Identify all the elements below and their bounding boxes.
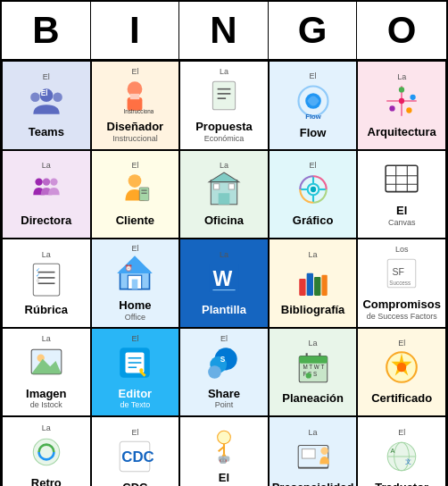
cell-icon-experto: 🤖 (205, 428, 243, 470)
cell-label-top: La (42, 250, 51, 259)
cell-icon-rubrica: ✓ ✓ ○ (28, 260, 65, 302)
cell-homeoffice[interactable]: El ⏰ HomeOffice (91, 239, 180, 328)
cell-label-top: El (398, 428, 405, 437)
cell-label-sub: de Texto (120, 400, 150, 410)
svg-point-19 (399, 87, 404, 92)
cell-label-sub: Económica (204, 134, 245, 144)
cell-icon-homeoffice: ⏰ (115, 254, 154, 297)
letter-g: G (269, 2, 358, 59)
svg-point-21 (406, 107, 411, 113)
svg-rect-6 (130, 94, 140, 99)
svg-text:M T W T: M T W T (303, 364, 324, 371)
svg-text:○: ○ (36, 277, 39, 283)
cell-icon-directora (28, 171, 65, 213)
cell-compromisos[interactable]: Los SF Success Compromisosde Success Fac… (357, 239, 446, 328)
cell-directora[interactable]: La Directora (2, 150, 91, 239)
svg-point-2 (30, 92, 40, 102)
svg-text:El: El (40, 88, 47, 96)
cell-presencialidad[interactable]: La Presencialidad (269, 416, 358, 486)
cell-imagen[interactable]: La Imagende Istock (2, 328, 91, 417)
cell-label-top: La (397, 72, 406, 81)
svg-text:Instruccional: Instruccional (124, 108, 154, 114)
cell-oficina[interactable]: La Oficina (179, 150, 269, 239)
cell-label-top: El (131, 334, 138, 343)
svg-marker-57 (118, 256, 153, 274)
cell-label-main: Presencialidad (272, 482, 354, 486)
cell-label-main: Share (208, 388, 240, 400)
cell-icon-grafico (295, 171, 332, 213)
cell-experto[interactable]: 🤖 ElExperto (179, 416, 269, 486)
cell-label-sub: Point (215, 400, 234, 410)
cell-label-top: El (131, 428, 138, 437)
cell-label-top: El (43, 72, 50, 81)
svg-text:A: A (391, 447, 395, 455)
cell-disenador[interactable]: El Instruccional DiseñadorInstruccional (91, 61, 180, 150)
cell-label-main: Plantilla (202, 304, 246, 316)
svg-point-1 (53, 92, 62, 102)
cell-arquitectura[interactable]: La Arquitectura (357, 61, 446, 150)
cell-teams[interactable]: El El Teams (2, 61, 91, 150)
svg-point-104 (320, 448, 328, 455)
cell-retro[interactable]: La Retrode Liga (2, 416, 91, 486)
cell-label-top: La (220, 161, 228, 170)
letter-b: B (2, 2, 91, 59)
cell-label-main: Imagen (26, 388, 67, 400)
svg-rect-62 (299, 279, 305, 296)
cell-cdc[interactable]: El CDC CDC (91, 416, 180, 486)
cell-label-sub: Canvas (388, 218, 416, 228)
cell-label-top: La (309, 339, 318, 348)
svg-point-88 (305, 373, 311, 379)
svg-point-41 (310, 187, 315, 192)
cell-traductor[interactable]: El A 文 Traductor (357, 416, 446, 486)
cell-plantilla[interactable]: La W Plantilla (179, 239, 269, 328)
svg-point-24 (43, 179, 50, 186)
cell-label-main: Cliente (116, 214, 154, 227)
svg-rect-103 (302, 449, 315, 458)
cell-label-top: La (220, 67, 228, 76)
cell-label-main: Oficina (204, 214, 244, 227)
cell-label-main: El (219, 472, 229, 484)
cell-label-top: La (220, 250, 228, 259)
cell-label-top: El (220, 334, 228, 343)
cell-label-top: La (309, 250, 318, 259)
cell-icon-plantilla: W (205, 260, 243, 302)
cell-cliente[interactable]: El Cliente (91, 150, 180, 239)
cell-label-main: Gráfico (293, 214, 334, 227)
cell-label-main: Editor (119, 388, 153, 400)
cell-label-main: Propuesta (195, 121, 253, 133)
cell-icon-arquitectura (383, 82, 420, 124)
cell-sharepoint[interactable]: El S SharePoint (179, 328, 269, 417)
cell-label-sub: de Success Factors (367, 312, 437, 322)
svg-rect-8 (212, 82, 235, 111)
cell-grafico[interactable]: El Gráfico (269, 150, 358, 239)
cell-planeacion[interactable]: La M T W T F S S Planeación (269, 328, 358, 417)
cell-propuesta[interactable]: La PropuestaEconómica (179, 61, 269, 150)
svg-text:CDC: CDC (122, 448, 154, 465)
svg-point-92 (33, 439, 59, 465)
svg-point-23 (35, 179, 42, 186)
svg-rect-56 (132, 280, 138, 289)
cell-icon-planeacion: M T W T F S S (295, 348, 332, 390)
cell-label-top: El (310, 161, 317, 170)
bingo-header: B I N G O (2, 2, 446, 61)
letter-i: I (91, 2, 180, 59)
cell-icon-traductor: A 文 (383, 438, 420, 480)
cell-editor[interactable]: El Editorde Texto (91, 328, 180, 417)
svg-point-26 (129, 174, 142, 188)
svg-rect-27 (140, 188, 150, 201)
cell-icon-cliente (116, 171, 153, 213)
cell-certificado[interactable]: El Certificado (357, 328, 446, 417)
cell-icon-oficina (205, 171, 243, 213)
svg-text:Success: Success (390, 280, 411, 286)
letter-o: O (357, 2, 446, 59)
cell-flow[interactable]: El Flow Flow (269, 61, 358, 150)
svg-rect-64 (314, 277, 320, 296)
cell-rubrica[interactable]: La ✓ ✓ ○ Rúbrica (2, 239, 91, 328)
svg-text:Flow: Flow (305, 112, 321, 120)
cell-canvas[interactable]: ElCanvas (357, 150, 446, 239)
cell-bibliografia[interactable]: La Bibliografía (269, 239, 358, 328)
svg-point-91 (397, 363, 407, 373)
cell-label-top: La (42, 334, 51, 343)
cell-label-main: Home (119, 299, 151, 312)
cell-icon-sharepoint: S (205, 344, 243, 386)
